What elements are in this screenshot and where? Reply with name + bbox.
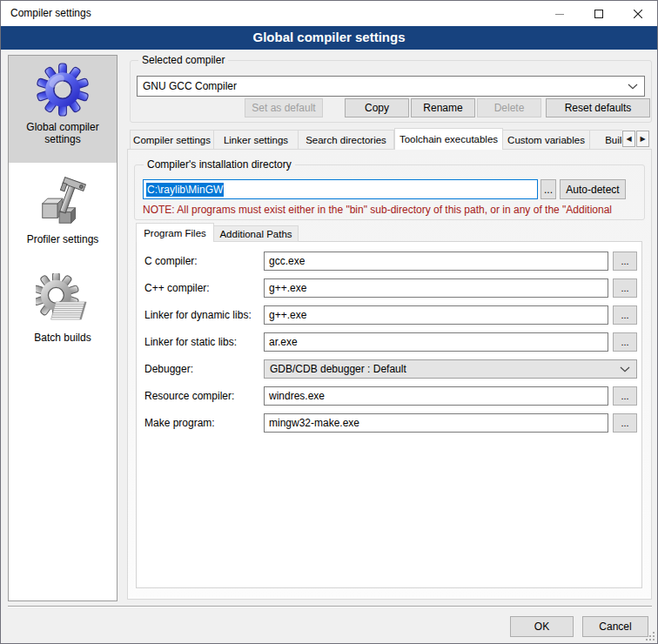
minimize-button[interactable] [540, 1, 579, 26]
make-program-browse-button[interactable]: ... [613, 413, 637, 433]
settings-tab-bar: Compiler settings Linker settings Search… [130, 128, 622, 150]
installation-directory-group-label: Compiler's installation directory [144, 158, 295, 171]
subtab-additional-paths[interactable]: Additional Paths [214, 225, 299, 242]
installation-directory-input[interactable]: C:\raylib\MinGW [143, 179, 538, 199]
tab-scroll-left-button[interactable]: ◀ [622, 131, 635, 147]
subtab-program-files[interactable]: Program Files [136, 223, 214, 242]
page-title: Global compiler settings [1, 26, 657, 50]
arrow-right-icon: ▶ [640, 135, 645, 143]
close-icon [634, 10, 642, 18]
make-program-input[interactable] [264, 413, 608, 433]
tab-linker-settings[interactable]: Linker settings [214, 130, 299, 150]
cpp-compiler-label: C++ compiler: [144, 278, 259, 298]
browse-directory-button[interactable]: ... [540, 179, 556, 199]
linker-dynamic-browse-button[interactable]: ... [613, 305, 637, 325]
ok-button[interactable]: OK [510, 616, 574, 637]
cpp-compiler-input[interactable] [264, 278, 608, 298]
close-button[interactable] [618, 1, 657, 26]
sidebar-item-label: Global compiler settings [17, 121, 108, 145]
caliper-icon [9, 175, 117, 231]
linker-static-label: Linker for static libs: [144, 332, 259, 352]
gear-blue-icon [9, 63, 117, 119]
chevron-down-icon [628, 84, 638, 90]
arrow-left-icon: ◀ [626, 135, 631, 143]
sidebar-item-label: Profiler settings [17, 233, 108, 245]
resize-grip[interactable] [646, 632, 655, 641]
selected-compiler-group-label: Selected compiler [138, 54, 228, 66]
cancel-button[interactable]: Cancel [582, 616, 648, 637]
cpp-compiler-browse-button[interactable]: ... [613, 278, 637, 298]
compiler-select-value: GNU GCC Compiler [138, 80, 628, 92]
sidebar-item-batch-builds[interactable]: Batch builds [9, 256, 117, 359]
installation-directory-value: C:\raylib\MinGW [146, 183, 224, 197]
tab-scroll-right-button[interactable]: ▶ [636, 131, 649, 147]
auto-detect-button[interactable]: Auto-detect [560, 179, 626, 199]
tab-toolchain-executables[interactable]: Toolchain executables [394, 128, 503, 150]
window-title: Compiler settings [10, 1, 91, 26]
linker-dynamic-label: Linker for dynamic libs: [144, 305, 259, 325]
tab-compiler-settings[interactable]: Compiler settings [130, 130, 214, 150]
sidebar-item-global-compiler-settings[interactable]: Global compiler settings [9, 56, 117, 163]
linker-static-input[interactable] [264, 332, 608, 352]
make-program-label: Make program: [144, 413, 259, 433]
maximize-button[interactable] [579, 1, 618, 26]
settings-category-list: Global compiler settings [8, 55, 118, 601]
title-bar: Compiler settings [1, 1, 657, 26]
sidebar-item-profiler-settings[interactable]: Profiler settings [9, 163, 117, 256]
debugger-label: Debugger: [144, 359, 259, 379]
maximize-icon [594, 10, 603, 18]
compiler-select[interactable]: GNU GCC Compiler [137, 76, 645, 97]
delete-button[interactable]: Delete [477, 98, 541, 117]
linker-dynamic-input[interactable] [264, 305, 608, 325]
set-as-default-button[interactable]: Set as default [245, 98, 323, 117]
tab-build-options[interactable]: Build [590, 130, 622, 150]
bin-subdirectory-note: NOTE: All programs must exist either in … [143, 204, 642, 216]
rename-button[interactable]: Rename [411, 98, 475, 117]
copy-button[interactable]: Copy [345, 98, 409, 117]
c-compiler-input[interactable] [264, 252, 608, 271]
debugger-select[interactable]: GDB/CDB debugger : Default [264, 359, 637, 379]
gear-stack-icon [9, 273, 117, 330]
resource-compiler-browse-button[interactable]: ... [613, 386, 637, 406]
tab-custom-variables[interactable]: Custom variables [503, 130, 590, 150]
debugger-select-value: GDB/CDB debugger : Default [265, 363, 620, 375]
minimize-icon [555, 10, 564, 18]
sidebar-item-label: Batch builds [17, 332, 108, 344]
resource-compiler-label: Resource compiler: [144, 386, 259, 406]
c-compiler-label: C compiler: [144, 252, 259, 271]
tab-search-directories[interactable]: Search directories [299, 130, 394, 150]
resource-compiler-input[interactable] [264, 386, 608, 406]
c-compiler-browse-button[interactable]: ... [613, 252, 637, 271]
program-files-tab-bar: Program Files Additional Paths [136, 223, 299, 242]
compiler-settings-dialog: Compiler settings Global compiler settin… [0, 0, 658, 644]
linker-static-browse-button[interactable]: ... [613, 332, 637, 352]
reset-defaults-button[interactable]: Reset defaults [546, 98, 650, 117]
footer-divider [8, 606, 652, 607]
chevron-down-icon [620, 366, 630, 372]
